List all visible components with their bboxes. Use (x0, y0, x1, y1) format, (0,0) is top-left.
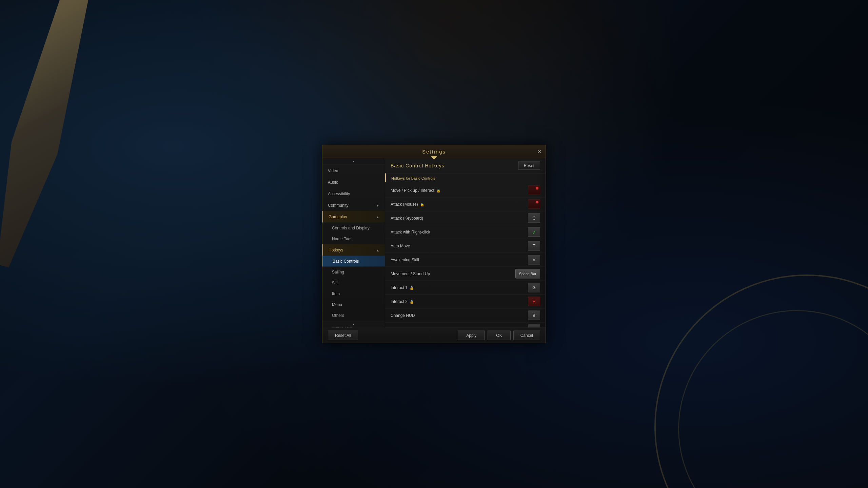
dialog-footer: Reset All Apply OK Cancel (322, 328, 546, 343)
key-btn-attack-mouse-primary[interactable] (528, 200, 540, 209)
hotkeys-chevron: ▲ (376, 248, 379, 252)
sidebar-subitem-basic-controls[interactable]: Basic Controls (322, 256, 385, 267)
sidebar-scroll-top: ▲ (322, 158, 385, 165)
key-btn-attack-rightclick[interactable]: ✓ (528, 227, 540, 237)
hotkey-row-attack-keyboard: Attack (Keyboard) C (385, 211, 546, 225)
hotkey-label-change-hud: Change HUD (391, 313, 415, 318)
key-binding-interact1: G (528, 283, 540, 292)
close-button[interactable]: ✕ (537, 149, 541, 154)
sidebar-subitem-menu[interactable]: Menu (322, 299, 385, 310)
hotkey-label-attack-keyboard: Attack (Keyboard) (391, 216, 423, 221)
sidebar-subitem-item[interactable]: Item (322, 288, 385, 299)
section-label: Hotkeys for Basic Controls (385, 174, 546, 182)
lock-icon-interact1: 🔒 (410, 286, 414, 289)
key-binding-attack-rightclick: ✓ (528, 227, 540, 237)
key-binding-attack-mouse (528, 200, 540, 209)
sidebar-item-audio[interactable]: Audio (322, 177, 385, 188)
hotkey-label-move-pickup: Move / Pick up / Interact 🔒 (391, 188, 440, 193)
hotkey-row-change-hud: Change HUD B (385, 309, 546, 323)
sidebar-scroll-content: Video Audio Accessibility Community ▼ Ga… (322, 158, 385, 328)
content-title: Basic Control Hotkeys (391, 163, 445, 168)
key-binding-awakening-skill: V (528, 255, 540, 265)
sidebar-item-gameplay[interactable]: Gameplay ▲ (322, 211, 385, 223)
dialog-title: Settings (422, 149, 446, 155)
hotkey-label-awakening-skill: Awakening Skill (391, 258, 419, 262)
hotkey-label-specialty1: Specialty Skill 1 (391, 327, 419, 328)
reset-button[interactable]: Reset (518, 162, 540, 170)
key-binding-auto-move: T (528, 241, 540, 251)
sidebar: ▲ Video Audio Accessibility Community ▼ … (322, 158, 385, 328)
lock-icon-attack-mouse: 🔒 (420, 202, 424, 206)
hotkey-row-specialty1: Specialty Skill 1 Z (385, 323, 546, 328)
gameplay-chevron: ▲ (376, 215, 379, 219)
content-panel: Basic Control Hotkeys Reset Hotkeys for … (385, 158, 546, 328)
key-btn-interact2[interactable]: H (528, 297, 540, 306)
key-binding-interact2: H (528, 297, 540, 306)
settings-dialog: Settings ✕ ▲ Video Audio Accessibility (322, 145, 546, 343)
key-btn-auto-move[interactable]: T (528, 241, 540, 251)
key-btn-change-hud[interactable]: B (528, 311, 540, 320)
dialog-body: ▲ Video Audio Accessibility Community ▼ … (322, 158, 546, 328)
sidebar-subitem-skill[interactable]: Skill (322, 278, 385, 288)
title-bar: Settings ✕ (322, 145, 546, 158)
lock-icon-move-pickup: 🔒 (436, 188, 440, 192)
hotkey-row-interact2: Interact 2 🔒 H (385, 295, 546, 309)
key-btn-move-primary[interactable] (528, 186, 540, 195)
hotkey-row-interact1: Interact 1 🔒 G (385, 281, 546, 295)
sidebar-subitem-name-tags[interactable]: Name Tags (322, 233, 385, 244)
footer-actions: Apply OK Cancel (458, 331, 540, 340)
sidebar-subitem-sailing[interactable]: Sailing (322, 267, 385, 278)
community-chevron: ▼ (376, 203, 379, 207)
hotkey-label-attack-rightclick: Attack with Right-click (391, 230, 430, 235)
ok-button[interactable]: OK (488, 331, 510, 340)
key-btn-interact1[interactable]: G (528, 283, 540, 292)
key-binding-move-pickup (528, 186, 540, 195)
sidebar-item-video[interactable]: Video (322, 165, 385, 177)
key-binding-attack-keyboard: C (528, 214, 540, 223)
hotkey-row-movement-standup: Movement / Stand Up Space Bar (385, 267, 546, 281)
cancel-button[interactable]: Cancel (513, 331, 540, 340)
hotkey-row-move-pickup: Move / Pick up / Interact 🔒 (385, 184, 546, 198)
hotkey-row-awakening-skill: Awakening Skill V (385, 253, 546, 267)
sidebar-item-accessibility[interactable]: Accessibility (322, 188, 385, 200)
hotkey-row-attack-mouse: Attack (Mouse) 🔒 (385, 198, 546, 211)
sidebar-subitem-others[interactable]: Others (322, 310, 385, 321)
key-btn-movement-standup[interactable]: Space Bar (515, 269, 540, 279)
scroll-up-arrow: ▲ (352, 160, 355, 163)
sidebar-item-hotkeys[interactable]: Hotkeys ▲ (322, 244, 385, 256)
hotkey-row-attack-rightclick: Attack with Right-click ✓ (385, 225, 546, 239)
hotkeys-list: Move / Pick up / Interact 🔒 Attack (Mous… (385, 184, 546, 328)
key-btn-awakening-skill[interactable]: V (528, 255, 540, 265)
red-dot-attack-mouse (536, 201, 538, 204)
hotkey-label-movement-standup: Movement / Stand Up (391, 271, 430, 276)
hotkey-label-attack-mouse: Attack (Mouse) 🔒 (391, 202, 424, 207)
check-mark-icon: ✓ (532, 229, 536, 235)
key-btn-attack-keyboard[interactable]: C (528, 214, 540, 223)
reset-all-button[interactable]: Reset All (328, 331, 358, 340)
hotkey-row-auto-move: Auto Move T (385, 239, 546, 253)
sidebar-scroll-bottom: ▼ (322, 321, 385, 328)
content-header: Basic Control Hotkeys Reset (385, 158, 546, 174)
apply-button[interactable]: Apply (458, 331, 485, 340)
hotkey-label-interact2: Interact 2 🔒 (391, 299, 414, 304)
lock-icon-interact2: 🔒 (410, 300, 414, 303)
key-binding-specialty1: Z (528, 325, 540, 328)
sidebar-subitem-controls-display[interactable]: Controls and Display (322, 223, 385, 233)
key-binding-movement-standup: Space Bar (515, 269, 540, 279)
key-binding-change-hud: B (528, 311, 540, 320)
key-btn-specialty1[interactable]: Z (528, 325, 540, 328)
hotkey-label-interact1: Interact 1 🔒 (391, 285, 414, 290)
hotkey-label-auto-move: Auto Move (391, 244, 410, 248)
scroll-down-arrow: ▼ (352, 323, 355, 326)
sidebar-item-community[interactable]: Community ▼ (322, 200, 385, 211)
red-dot-primary (536, 187, 538, 190)
